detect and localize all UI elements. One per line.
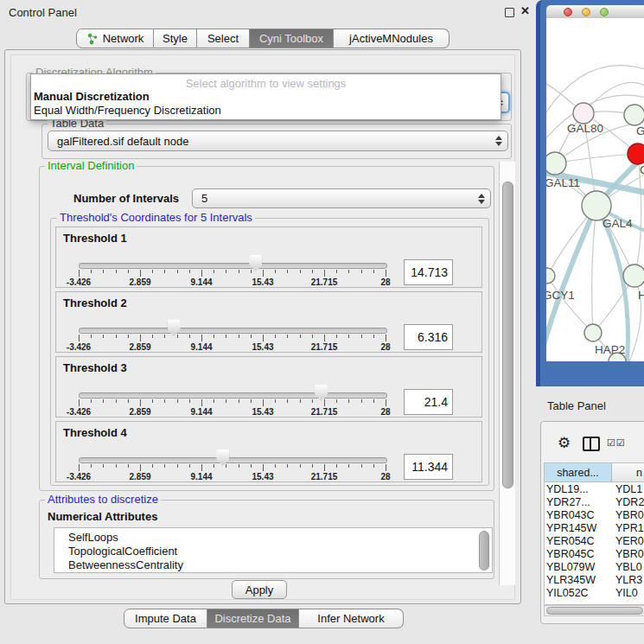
table-row[interactable]: YBR043CYBR0 (545, 509, 644, 522)
slider-tick (373, 399, 374, 403)
interval-definition-group-label: Interval Definition (45, 160, 137, 171)
network-node[interactable] (584, 324, 602, 341)
threshold-slider-track[interactable] (79, 263, 387, 269)
tab-select[interactable]: Select (197, 29, 250, 48)
select-columns-icon[interactable]: ☑☑ (607, 437, 626, 449)
slider-tick (152, 399, 153, 403)
tab-cyni-toolbox[interactable]: Cyni Toolbox (250, 29, 334, 48)
threshold-slider-track[interactable] (79, 392, 387, 399)
network-node[interactable] (582, 191, 611, 220)
threshold-value-field[interactable]: 14.713 (404, 259, 453, 285)
network-node-label: C (640, 163, 644, 176)
attributes-list-scrollbar-thumb[interactable] (479, 531, 489, 571)
slider-tick (128, 335, 129, 338)
network-window-titlebar[interactable] (546, 5, 644, 18)
tab-network[interactable]: Network (76, 29, 154, 48)
settings-scrollbar[interactable] (499, 162, 515, 585)
float-panel-icon[interactable] (505, 8, 514, 17)
tab-select-label: Select (207, 32, 239, 45)
tab-infer-network-label: Infer Network (317, 612, 384, 625)
tab-jactivemnodules-label: jActiveMNodules (349, 32, 433, 45)
column-header-shared-name[interactable]: shared... (545, 463, 612, 482)
cell-name: YBR0 (615, 509, 644, 522)
table-data-combobox[interactable]: galFiltered.sif default node (48, 131, 508, 151)
slider-tick (164, 270, 165, 273)
slider-tick (361, 399, 362, 403)
slider-scale-label: 2.859 (114, 472, 166, 481)
popup-item-equal-width-frequency[interactable]: Equal Width/Frequency Discretization (34, 104, 221, 117)
gear-icon[interactable]: ⚙ (558, 434, 571, 452)
network-node[interactable] (624, 105, 644, 125)
threshold-value-field[interactable]: 6.316 (404, 324, 453, 350)
slider-tick (177, 399, 178, 403)
slider-tick (177, 464, 178, 468)
slider-tick (79, 270, 80, 277)
tab-infer-network[interactable]: Infer Network (299, 609, 404, 628)
table-row[interactable]: YDL19...YDL1 (545, 483, 644, 496)
threshold-value-field[interactable]: 11.344 (404, 454, 453, 480)
slider-tick (152, 270, 153, 273)
attribute-list-item[interactable]: SelfLoops (68, 531, 118, 544)
minimize-window-icon[interactable] (582, 8, 590, 16)
slider-tick (287, 335, 288, 338)
slider-tick (336, 335, 337, 338)
table-row[interactable]: YPR145WYPR1 (545, 522, 644, 535)
slider-tick (164, 335, 165, 338)
threshold-slider-track[interactable] (79, 328, 387, 334)
threshold-slider-thumb[interactable] (216, 450, 229, 466)
tab-jactivemnodules[interactable]: jActiveMNodules (334, 29, 450, 48)
network-node[interactable] (628, 143, 644, 164)
numerical-attributes-list[interactable]: SelfLoopsTopologicalCoefficientBetweenne… (54, 527, 493, 573)
column-layout-icon[interactable] (583, 437, 600, 451)
table-row[interactable]: YBL079WYBL0 (545, 561, 644, 574)
apply-button-label: Apply (245, 583, 274, 596)
thresholds-group-label: Threshold's Coordinates for 5 Intervals (57, 212, 255, 223)
slider-tick (226, 335, 226, 338)
tab-impute-data[interactable]: Impute Data (124, 609, 207, 628)
network-canvas[interactable]: GAL80GCGAL11GAL4GCY1HHAP2 (546, 18, 644, 361)
table-hscrollbar[interactable] (544, 605, 644, 616)
slider-scale-label: 9.144 (175, 342, 227, 352)
slider-tick (116, 464, 117, 468)
close-window-icon[interactable] (564, 8, 572, 16)
slider-scale-label: 15.43 (237, 277, 289, 287)
slider-tick (103, 464, 104, 468)
table-row[interactable]: YER054CYER0 (545, 535, 644, 548)
slider-tick (312, 399, 313, 403)
threshold-slider-thumb[interactable] (168, 320, 181, 336)
network-icon (86, 33, 99, 45)
threshold-value-field[interactable]: 21.4 (404, 389, 453, 415)
table-row[interactable]: YLR345WYLR3 (545, 574, 644, 587)
network-node[interactable] (546, 152, 566, 175)
popup-item-manual-discretization[interactable]: Manual Discretization (34, 90, 150, 103)
settings-scrollbar-thumb[interactable] (502, 182, 513, 488)
slider-tick (300, 270, 301, 273)
slider-tick (91, 464, 92, 468)
zoom-window-icon[interactable] (600, 8, 609, 16)
slider-tick (214, 335, 214, 338)
threshold-slider-thumb[interactable] (315, 385, 328, 401)
table-row[interactable]: YBR045CYBR0 (545, 548, 644, 561)
network-node[interactable] (623, 265, 644, 287)
column-header-name[interactable]: n (612, 463, 644, 482)
slider-tick (116, 399, 117, 403)
network-node[interactable] (546, 268, 555, 284)
tab-discretize-data[interactable]: Discretize Data (207, 609, 299, 628)
attribute-list-item[interactable]: TopologicalCoefficient (68, 545, 177, 558)
tab-style[interactable]: Style (154, 29, 197, 48)
slider-tick (201, 464, 202, 471)
attribute-list-item[interactable]: BetweennessCentrality (68, 558, 183, 571)
close-panel-icon[interactable]: ✕ (520, 4, 530, 17)
slider-scale-label: 15.43 (237, 472, 289, 481)
apply-button[interactable]: Apply (232, 580, 287, 599)
table-row[interactable]: YDR27...YDR2 (545, 496, 644, 509)
cell-shared-name: YER054C (546, 535, 611, 548)
attributes-group-label: Attributes to discretize (45, 494, 161, 505)
number-of-intervals-combobox[interactable]: 5 (192, 188, 491, 208)
threshold-slider-track[interactable] (79, 457, 387, 463)
threshold-label: Threshold 1 (63, 232, 127, 245)
slider-tick (79, 464, 80, 471)
table-row[interactable]: YIL052CYIL0 (545, 587, 644, 600)
table-hscrollbar-thumb[interactable] (546, 607, 643, 615)
network-node[interactable] (573, 103, 594, 124)
